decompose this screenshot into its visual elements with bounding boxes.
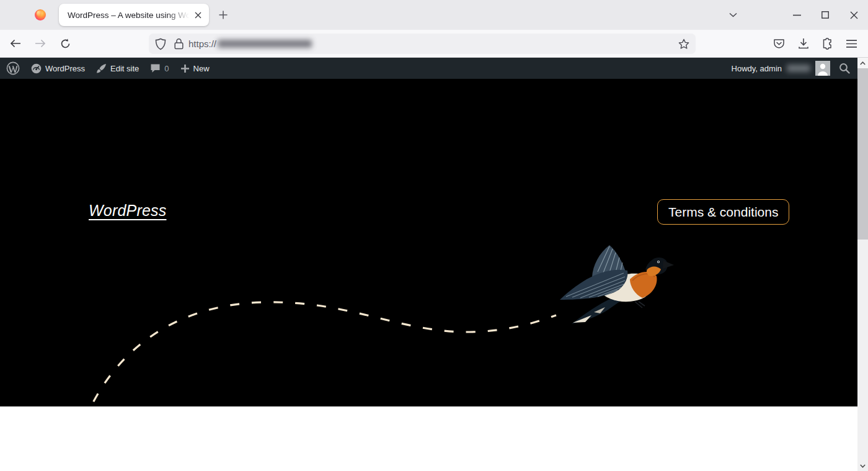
bookmark-star-button[interactable] [678,38,689,50]
new-content-menu[interactable]: New [175,58,215,79]
reload-icon [60,38,71,49]
scroll-up-icon [860,61,866,65]
lock-icon [174,38,184,50]
tab-close-icon [195,12,202,19]
avatar-person-icon [815,61,830,76]
tab-bar: WordPress – A website using WordP [0,0,868,30]
page-column: WordPress Edit site 0 [0,58,857,471]
wordpress-logo [6,61,20,75]
shield-icon [155,38,166,50]
page-footer-section [0,406,857,471]
edit-site-icon [96,63,107,74]
window-controls [782,0,868,30]
scrollbar[interactable] [857,58,868,471]
edit-site-menu[interactable]: Edit site [91,58,144,79]
window-close-icon [850,11,858,19]
downloads-button[interactable] [793,34,813,54]
dashboard-icon [31,63,42,74]
scroll-down-button[interactable] [857,461,868,471]
site-name-label: WordPress [45,64,85,73]
page-viewport: WordPress Edit site 0 [0,58,868,471]
firefox-logo-icon [35,9,46,20]
minimize-icon [793,14,801,16]
maximize-icon [822,11,829,19]
url-bar[interactable]: https:// [149,34,696,54]
tab-list-button[interactable] [719,0,747,30]
pocket-icon [773,38,785,50]
comment-count: 0 [164,64,169,73]
edit-site-label: Edit site [110,64,139,73]
extensions-icon [822,38,833,50]
site-name-menu[interactable]: WordPress [25,58,91,79]
bookmark-star-icon [678,38,689,50]
bird-illustration [557,242,675,329]
browser-tab[interactable]: WordPress – A website using WordP [59,4,209,26]
forward-button[interactable] [30,33,51,54]
scroll-up-button[interactable] [857,58,868,68]
new-label: New [193,64,210,73]
site-title-link[interactable]: WordPress [89,202,166,220]
download-icon [798,38,809,50]
extensions-button[interactable] [817,34,838,54]
back-button[interactable] [5,33,26,54]
new-tab-button[interactable] [216,8,230,22]
menu-icon [846,40,857,48]
maximize-button[interactable] [811,0,839,30]
tab-close-button[interactable] [192,9,204,21]
comments-icon [150,63,161,73]
toolbar-right-icons [769,34,862,54]
url-protocol: https:// [188,38,216,49]
howdy-text[interactable]: Howdy, admin [732,64,782,73]
new-tab-icon [219,11,228,19]
scrollbar-thumb[interactable] [857,68,868,240]
scroll-down-icon [860,464,866,468]
wp-admin-bar: WordPress Edit site 0 [0,58,857,79]
browser-window: WordPress – A website using WordP [0,0,868,471]
navigation-toolbar: https:// [0,30,868,58]
admin-bar-right: Howdy, admin [732,61,857,76]
back-icon [10,39,21,48]
page-hero-section: WordPress Terms & conditions [0,79,857,406]
search-button[interactable] [839,63,850,74]
tab-title: WordPress – A website using WordP [68,11,192,20]
username-redacted [787,65,810,72]
menu-button[interactable] [841,34,862,54]
avatar[interactable] [815,61,830,76]
minimize-button[interactable] [782,0,811,30]
forward-icon [35,39,46,48]
window-close-button[interactable] [839,0,868,30]
search-icon [839,63,850,74]
comments-menu[interactable]: 0 [144,58,174,79]
wp-logo-menu[interactable] [0,58,25,79]
new-plus-icon [180,64,190,73]
pocket-button[interactable] [769,34,789,54]
tab-list-chevron-icon [729,12,737,17]
reload-button[interactable] [55,33,76,54]
url-domain-redacted [218,40,312,48]
flight-trail [0,79,857,406]
terms-conditions-button[interactable]: Terms & conditions [657,199,789,225]
